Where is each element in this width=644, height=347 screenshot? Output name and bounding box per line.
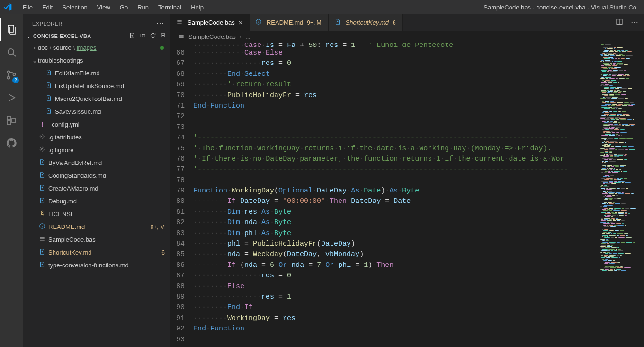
explorer-activity-icon[interactable] <box>0 18 23 41</box>
tab-bar: SampleCode.bas×README.md9+, MShortcutKey… <box>170 14 644 31</box>
menu-go[interactable]: Go <box>115 2 133 13</box>
svg-rect-8 <box>7 116 11 120</box>
file-item[interactable]: .gitattributes <box>23 131 170 144</box>
file-item[interactable]: ByValAndByRef.md <box>23 156 170 169</box>
svg-point-14 <box>41 211 43 213</box>
tab-samplecode-bas[interactable]: SampleCode.bas× <box>170 14 250 31</box>
tab-readme-md[interactable]: README.md9+, M <box>250 14 329 31</box>
menu-run[interactable]: Run <box>133 2 153 13</box>
file-icon <box>45 95 53 103</box>
svg-rect-0 <box>8 25 14 32</box>
editor-more-icon[interactable]: ⋯ <box>631 18 638 27</box>
file-icon <box>38 261 46 269</box>
hamburger-icon <box>178 33 185 40</box>
line-number-gutter: 6667686970717273747576777879808182838485… <box>170 42 193 347</box>
svg-rect-9 <box>7 121 11 125</box>
svg-point-4 <box>8 71 10 73</box>
new-file-icon[interactable] <box>129 32 135 40</box>
file-icon <box>38 223 46 231</box>
file-item[interactable]: LICENSE <box>23 208 170 220</box>
file-item[interactable]: CreateAMacro.md <box>23 182 170 195</box>
menu-edit[interactable]: Edit <box>37 2 57 13</box>
source-control-activity-icon[interactable]: 2 <box>0 64 23 86</box>
explorer-sidebar: EXPLORER ⋯ ⌄ CONCISE-EXCEL-VBA ›doc \ so… <box>23 14 170 347</box>
tab-shortcutkey-md[interactable]: ShortcutKey.md6 <box>329 14 403 31</box>
explorer-title: EXPLORER <box>32 21 63 27</box>
svg-point-12 <box>41 136 43 137</box>
menu-view[interactable]: View <box>92 2 115 13</box>
svg-line-3 <box>13 54 16 56</box>
breadcrumb-file: SampleCode.bas <box>188 33 236 40</box>
breadcrumb-sep: › <box>240 33 242 40</box>
activity-bar: 2 <box>0 14 23 347</box>
collapse-all-icon[interactable] <box>160 32 167 40</box>
menu-bar: FileEditSelectionViewGoRunTerminalHelp S… <box>0 0 644 14</box>
chevron-icon: ⌄ <box>31 57 38 64</box>
svg-rect-10 <box>12 119 16 122</box>
split-editor-icon[interactable] <box>616 18 623 27</box>
file-item[interactable]: Macro2QuickToolBar.md <box>23 92 170 105</box>
window-title: SampleCode.bas - concise-excel-vba - Vis… <box>208 4 641 11</box>
file-item[interactable]: SampleCode.bas <box>23 233 170 246</box>
file-item[interactable]: README.md9+, M <box>23 220 170 233</box>
project-name: CONCISE-EXCEL-VBA <box>33 33 129 39</box>
search-activity-icon[interactable] <box>0 41 23 64</box>
breadcrumb[interactable]: SampleCode.bas › ... <box>170 31 644 42</box>
refresh-icon[interactable] <box>150 32 156 40</box>
file-item[interactable]: CodingStandards.md <box>23 169 170 182</box>
file-item[interactable]: EditXlamFile.md <box>23 67 170 80</box>
vscode-logo-icon <box>3 2 12 12</box>
file-icon <box>38 197 46 205</box>
file-icon <box>38 248 46 256</box>
svg-point-13 <box>41 148 43 150</box>
file-item[interactable]: ShortcutKey.md6 <box>23 246 170 259</box>
menu-selection[interactable]: Selection <box>57 2 92 13</box>
file-item[interactable]: Debug.md <box>23 195 170 208</box>
svg-rect-1 <box>10 27 16 34</box>
file-tree: ›doc \ source \ images⌄troubleshootingsE… <box>23 41 170 347</box>
github-activity-icon[interactable] <box>0 132 23 155</box>
run-debug-activity-icon[interactable] <box>0 86 23 109</box>
file-icon <box>45 69 53 77</box>
file-item[interactable]: SaveAsIssue.md <box>23 105 170 118</box>
file-item[interactable]: .gitignore <box>23 144 170 156</box>
code-content[interactable]: ············Case·Is = Fa + 50: res = 1 '… <box>193 42 644 347</box>
chevron-icon: › <box>31 44 38 51</box>
file-icon <box>38 159 46 167</box>
close-icon[interactable]: × <box>239 19 242 27</box>
file-icon <box>45 108 53 116</box>
file-icon <box>38 210 46 218</box>
file-icon <box>45 82 53 90</box>
breadcrumb-more: ... <box>245 33 250 40</box>
minimap[interactable] <box>599 42 644 347</box>
extensions-activity-icon[interactable] <box>0 109 23 132</box>
editor-area: SampleCode.bas×README.md9+, MShortcutKey… <box>170 14 644 347</box>
file-icon: ! <box>38 121 46 128</box>
file-icon <box>38 184 46 192</box>
explorer-more-icon[interactable]: ⋯ <box>156 19 164 28</box>
file-item[interactable]: FixUpdateLinkSource.md <box>23 80 170 92</box>
file-icon <box>334 18 342 27</box>
explorer-section-header[interactable]: ⌄ CONCISE-EXCEL-VBA <box>23 31 170 41</box>
file-icon <box>38 172 46 180</box>
menu-file[interactable]: File <box>18 2 37 13</box>
scm-badge: 2 <box>12 77 19 83</box>
file-icon <box>38 133 46 141</box>
file-icon <box>38 146 46 154</box>
file-item[interactable]: !_config.yml <box>23 118 170 131</box>
new-folder-icon[interactable] <box>139 32 146 40</box>
svg-marker-7 <box>9 94 15 101</box>
menu-terminal[interactable]: Terminal <box>153 2 186 13</box>
file-icon <box>255 18 263 27</box>
svg-point-2 <box>8 49 14 55</box>
svg-point-5 <box>8 77 10 79</box>
folder-item[interactable]: ›doc \ source \ images <box>23 41 170 54</box>
chevron-down-icon: ⌄ <box>26 33 32 39</box>
file-icon <box>176 18 184 27</box>
file-icon <box>38 236 46 244</box>
menu-help[interactable]: Help <box>186 2 208 13</box>
folder-item[interactable]: ⌄troubleshootings <box>23 54 170 67</box>
file-item[interactable]: type-conversion-functions.md <box>23 259 170 272</box>
